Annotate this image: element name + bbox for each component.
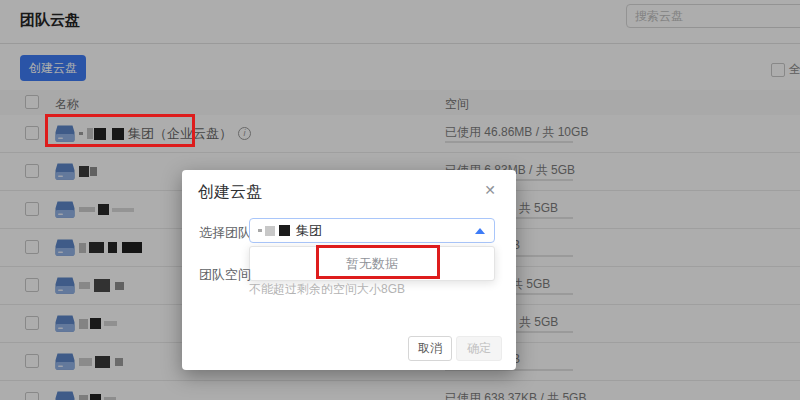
team-space-label: 团队空间 [199, 266, 251, 284]
team-cloud-drive-page: 团队云盘 创建云盘 全选 名称 空间 集团（企业云盘）i已使用 46.86MB … [0, 0, 800, 400]
redacted-team-name [258, 225, 293, 236]
team-select[interactable]: 集团 [249, 218, 495, 243]
space-hint-text: 不能超过剩余的空间大小8GB [249, 281, 405, 298]
redacted-text-block [265, 226, 275, 236]
close-icon[interactable]: ✕ [478, 181, 502, 199]
cancel-button[interactable]: 取消 [408, 336, 452, 361]
annotation-box-row-name [45, 114, 195, 147]
redacted-text-block [258, 229, 262, 232]
redacted-text-block [279, 225, 290, 236]
annotation-box-no-data [316, 245, 440, 279]
team-select-label: 选择团队 [199, 224, 251, 242]
modal-title: 创建云盘 [198, 182, 262, 203]
chevron-up-icon [475, 228, 485, 234]
team-select-value: 集团 [296, 222, 322, 240]
confirm-button[interactable]: 确定 [456, 336, 502, 361]
